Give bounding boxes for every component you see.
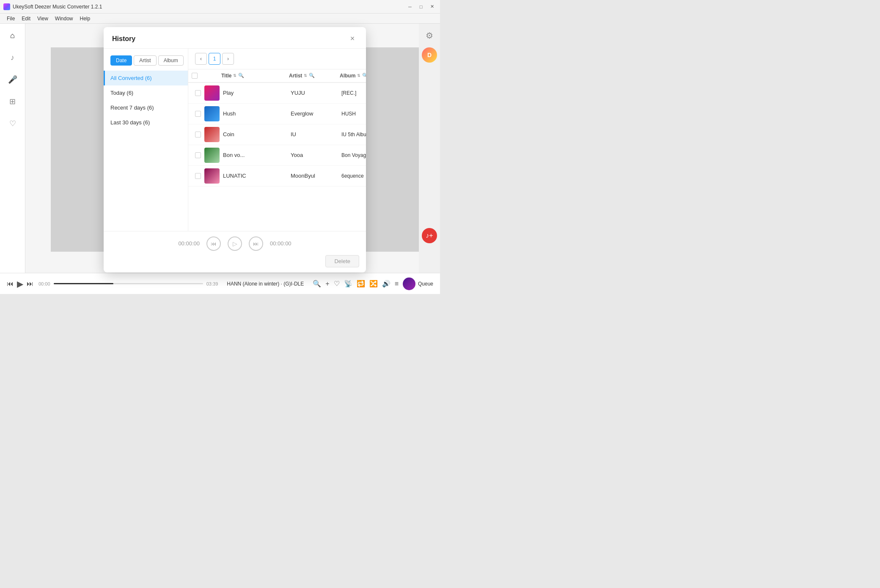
sidebar-mic-icon[interactable]: 🎤: [5, 72, 20, 87]
song-artist-2: Everglow: [289, 110, 340, 117]
table-row: Hush Everglow HUSH 00:02:44 ▷ ⊡ 🗑: [188, 104, 366, 124]
menu-view[interactable]: View: [34, 15, 52, 22]
app-icon: [3, 3, 10, 10]
row-checkbox-3: [192, 132, 204, 137]
menu-help[interactable]: Help: [77, 15, 94, 22]
nav-all-converted[interactable]: All Converted (6): [104, 71, 188, 85]
row-checkbox-2: [192, 111, 204, 117]
next-page-button[interactable]: ›: [222, 53, 234, 65]
menu-window[interactable]: Window: [52, 15, 77, 22]
player-controls: 00:00:00 ⏮ ▷ ⏭ 00:00:00: [110, 236, 359, 251]
pb-repeat-icon[interactable]: 🔁: [357, 280, 365, 288]
filter-tabs: Date Artist Album: [104, 55, 188, 71]
song-album-2: HUSH: [340, 111, 366, 117]
app-close-button[interactable]: ✕: [427, 2, 437, 11]
song-title-1: Play: [221, 90, 289, 96]
modal-close-button[interactable]: ×: [347, 34, 358, 44]
header-title: Title ⇅ 🔍: [221, 73, 289, 79]
header-checkbox: [192, 73, 204, 79]
maximize-button[interactable]: □: [416, 2, 426, 11]
song-table: Title ⇅ 🔍 Artist ⇅ 🔍 A: [188, 69, 366, 231]
filter-tab-album[interactable]: Album: [158, 55, 184, 66]
song-title-2: Hush: [221, 110, 289, 117]
settings-icon[interactable]: ⚙: [422, 28, 437, 43]
row-checkbox-1: [192, 90, 204, 96]
song-thumb-5: [204, 168, 220, 184]
history-modal: History × Date Artist Album All Converte…: [104, 27, 366, 272]
window-controls: ─ □ ✕: [405, 2, 437, 11]
song-artist-4: Yooa: [289, 152, 340, 158]
song-album-3: IU 5th Album 'LI...: [340, 132, 366, 137]
album-sort-icon[interactable]: ⇅: [357, 74, 360, 78]
title-search-icon[interactable]: 🔍: [238, 73, 244, 78]
minimize-button[interactable]: ─: [405, 2, 415, 11]
table-row: Play YUJU [REC.] 00:03:21 ▷ ⊡ 🗑: [188, 83, 366, 104]
modal-left-panel: Date Artist Album All Converted (6) Toda…: [104, 49, 188, 231]
pb-play-pause-icon[interactable]: ▶: [17, 279, 23, 289]
sidebar: ⌂ ♪ 🎤 ⊞ ♡: [0, 24, 25, 273]
menu-edit[interactable]: Edit: [18, 15, 34, 22]
song-thumb-1: [204, 85, 220, 101]
current-page-button[interactable]: 1: [209, 53, 220, 65]
user-avatar[interactable]: D: [422, 47, 437, 63]
queue-label[interactable]: Queue: [418, 281, 433, 287]
artist-sort-icon[interactable]: ⇅: [304, 74, 307, 78]
menu-bar: File Edit View Window Help: [0, 14, 440, 24]
menu-file[interactable]: File: [3, 15, 18, 22]
filter-tab-artist[interactable]: Artist: [134, 55, 156, 66]
title-sort-icon[interactable]: ⇅: [233, 74, 236, 78]
pagination: ‹ 1 ›: [188, 49, 366, 69]
progress-fill: [54, 283, 113, 284]
song-title-3: Coin: [221, 131, 289, 137]
header-artist: Artist ⇅ 🔍: [289, 73, 340, 79]
row-checkbox-4: [192, 152, 204, 158]
sidebar-music-icon[interactable]: ♪: [5, 50, 20, 65]
pb-skip-back-icon[interactable]: ⏮: [7, 280, 14, 288]
queue-avatar: [403, 278, 415, 290]
nav-today[interactable]: Today (6): [104, 85, 188, 100]
app-title: UkeySoft Deezer Music Converter 1.2.1: [13, 4, 405, 10]
pb-search-icon[interactable]: 🔍: [313, 280, 321, 288]
header-album: Album ⇅ 🔍: [340, 73, 366, 79]
player-time-end: 00:00:00: [270, 240, 292, 247]
play-pause-button[interactable]: ▷: [228, 236, 242, 251]
music-add-button[interactable]: ♪+: [422, 228, 437, 243]
pb-progress: 00:00 03:39: [38, 281, 218, 286]
title-bar: UkeySoft Deezer Music Converter 1.2.1 ─ …: [0, 0, 440, 14]
song-artist-5: MoonByul: [289, 173, 340, 179]
prev-page-button[interactable]: ‹: [195, 53, 207, 65]
album-search-icon[interactable]: 🔍: [362, 73, 366, 78]
nav-last-30-days[interactable]: Last 30 days (6): [104, 115, 188, 130]
pb-equalizer-icon[interactable]: ≡: [395, 280, 399, 288]
song-album-5: 6equence: [340, 173, 366, 179]
song-album-4: Bon Voyage: [340, 152, 366, 158]
sidebar-home-icon[interactable]: ⌂: [5, 28, 20, 43]
pb-cast-icon[interactable]: 📡: [344, 280, 352, 288]
progress-bar[interactable]: [54, 283, 203, 284]
skip-forward-button[interactable]: ⏭: [249, 236, 263, 251]
pb-heart-icon[interactable]: ♡: [334, 280, 340, 288]
player-time-start: 00:00:00: [178, 240, 200, 247]
queue-area: Queue: [403, 278, 433, 290]
song-thumb-2: [204, 106, 220, 121]
pb-song-title: HANN (Alone in winter) · (G)I-DLE: [227, 281, 304, 287]
row-checkbox-5: [192, 173, 204, 179]
pb-add-icon[interactable]: +: [325, 280, 329, 288]
sidebar-grid-icon[interactable]: ⊞: [5, 94, 20, 109]
skip-back-button[interactable]: ⏮: [206, 236, 221, 251]
pb-volume-icon[interactable]: 🔊: [382, 280, 390, 288]
filter-tab-date[interactable]: Date: [110, 55, 132, 66]
modal-right-panel: ‹ 1 ›: [188, 49, 366, 231]
nav-recent-7-days[interactable]: Recent 7 days (6): [104, 100, 188, 115]
song-title-5: LUNATIC: [221, 173, 289, 179]
bulk-delete-button[interactable]: Delete: [325, 255, 359, 267]
pb-song-info: HANN (Alone in winter) · (G)I-DLE: [223, 281, 308, 287]
song-artist-1: YUJU: [289, 90, 340, 96]
song-thumb-3: [204, 127, 220, 142]
pb-skip-forward-icon[interactable]: ⏭: [27, 280, 33, 288]
pb-shuffle-icon[interactable]: 🔀: [369, 280, 378, 288]
artist-search-icon[interactable]: 🔍: [309, 73, 315, 78]
sidebar-heart-icon[interactable]: ♡: [5, 116, 20, 131]
select-all-checkbox[interactable]: [192, 73, 198, 79]
song-title-4: Bon vo...: [221, 152, 289, 158]
